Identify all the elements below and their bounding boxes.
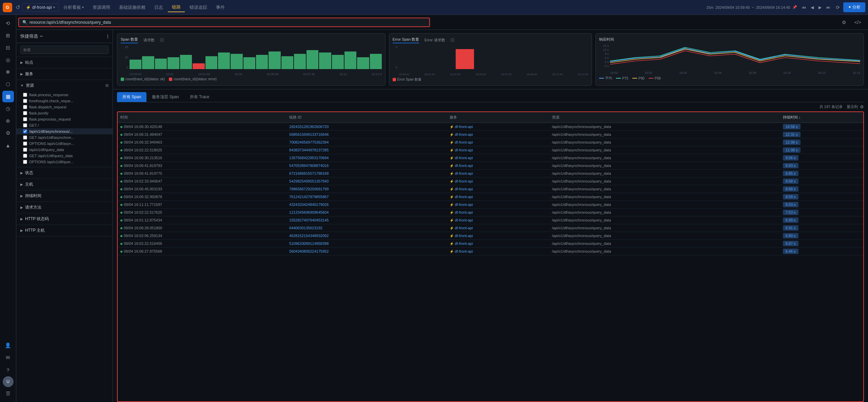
- edit-icon[interactable]: ✏: [40, 34, 43, 39]
- filter-item-api-async[interactable]: /api/v1/df/asynchronous/...: [16, 128, 113, 134]
- sidebar-icon-9[interactable]: ⚙: [2, 127, 14, 139]
- nav-item-resource[interactable]: 资源调用: [88, 3, 114, 12]
- table-row[interactable]: 09/04 16:02:22.517625 121334569690964560…: [118, 209, 863, 216]
- sidebar-icon-6[interactable]: ⬡: [2, 79, 14, 90]
- filter-group-resource-header[interactable]: ▼ 资源 ⊟: [16, 80, 113, 91]
- table-row[interactable]: 09/04 16:02:06.259134 462815215434893209…: [118, 232, 863, 240]
- filter-group-site-header[interactable]: ▶ 站点: [16, 57, 113, 68]
- error-span-tab-active[interactable]: Error Span 数量: [393, 37, 419, 43]
- collapse-icon[interactable]: ⟩: [107, 34, 108, 39]
- next-next-button[interactable]: ⏭: [824, 4, 832, 11]
- table-row[interactable]: 09/04 16:06:41.819775 672168681557178816…: [118, 170, 863, 177]
- nav-item-log[interactable]: 日志: [150, 3, 167, 12]
- filter-search-input[interactable]: [20, 46, 108, 54]
- filter-item-get-api-async[interactable]: GET /api/v1/df/asynchron...: [16, 134, 113, 141]
- filter-item-flask-jsonify[interactable]: flask.jsonify: [16, 110, 113, 116]
- nav-item-dashboard[interactable]: 分析看板 ▾: [59, 3, 88, 12]
- sidebar-icon-10[interactable]: ▲: [2, 140, 14, 151]
- table-row[interactable]: 09/04 16:06:27.875568 560434080622417595…: [118, 248, 863, 255]
- sidebar-icon-2[interactable]: ⊞: [2, 30, 14, 41]
- tab-all-span[interactable]: 所有 Span: [117, 92, 146, 102]
- undo-button[interactable]: ↺: [14, 3, 21, 12]
- filter-checkbox[interactable]: [23, 148, 27, 152]
- sidebar-icon-5[interactable]: ❋: [2, 66, 14, 78]
- filter-checkbox[interactable]: [23, 105, 27, 109]
- filter-item-flask-process[interactable]: flask.process_response: [16, 92, 113, 98]
- sidebar-icon-avatar[interactable]: U: [3, 376, 14, 387]
- filter-icon[interactable]: ⊟: [105, 83, 108, 88]
- span-tab-active[interactable]: Span 数量: [121, 37, 138, 43]
- table-row[interactable]: 09/04 16:11:11.771597 432433342484017902…: [118, 201, 863, 209]
- tab-service-span[interactable]: 服务顶层 Span: [146, 92, 184, 102]
- next-button[interactable]: ▶: [816, 4, 824, 11]
- table-row[interactable]: 09/04 16:02:22.518025 843837344497813728…: [118, 146, 863, 154]
- col-time[interactable]: 时间: [118, 112, 287, 123]
- col-trace-id[interactable]: 链路 ID: [287, 112, 447, 123]
- code-icon[interactable]: </>: [852, 18, 864, 26]
- sidebar-icon-3[interactable]: ⊟: [2, 42, 14, 54]
- filter-checkbox[interactable]: [23, 111, 27, 115]
- col-service[interactable]: 服务: [447, 112, 549, 123]
- sidebar-icon-user[interactable]: 👤: [2, 340, 14, 351]
- sidebar-icon-help[interactable]: ?: [2, 364, 14, 376]
- sidebar-icon-send[interactable]: ✉: [2, 352, 14, 363]
- tab-all-trace[interactable]: 所有 Trace: [184, 92, 215, 102]
- table-row[interactable]: 09/04 16:02:22.516456 510963306911495839…: [118, 240, 863, 248]
- sidebar-icon-4[interactable]: ◎: [2, 54, 14, 66]
- nav-item-infra[interactable]: 基础设施依赖: [115, 3, 150, 12]
- sidebar-icon-table[interactable]: ▦: [2, 91, 14, 102]
- span-tab-inactive[interactable]: 请求数: [143, 38, 155, 43]
- settings-icon[interactable]: ⚙: [839, 18, 849, 26]
- filter-group-http-host-header[interactable]: ▶ HTTP 主机: [16, 225, 113, 236]
- sidebar-icon-7[interactable]: ◷: [2, 103, 14, 114]
- col-duration[interactable]: 持续时间 ↓: [780, 112, 863, 123]
- filter-checkbox[interactable]: [23, 123, 27, 127]
- table-row[interactable]: 09/04 16:06:28.051800 6440630135623192 ⚡…: [118, 224, 863, 232]
- analyze-button[interactable]: ✦ 分析: [843, 2, 865, 12]
- filter-item-flask-preprocess[interactable]: flask.preprocess_request: [16, 116, 113, 122]
- table-row[interactable]: 09/04 16:06:41.819793 547053994780887401…: [118, 162, 863, 170]
- filter-checkbox[interactable]: [23, 142, 27, 146]
- filter-item-flask-dispatch[interactable]: flask.dispatch_request: [16, 104, 113, 110]
- filter-item-forethought[interactable]: forethought.check_reque...: [16, 98, 113, 104]
- app-selector[interactable]: ⚡ df-front-api ▾: [22, 3, 59, 12]
- filter-item-options-query[interactable]: OPTIONS /api/v1/df/quer...: [16, 159, 113, 165]
- filter-group-service-header[interactable]: ▶ 服务: [16, 68, 113, 80]
- table-row[interactable]: 09/04 16:06:31.484047 568561569913371664…: [118, 131, 863, 139]
- filter-group-status-header[interactable]: ▶ 状态: [16, 167, 113, 178]
- prev-button[interactable]: ◀: [809, 4, 816, 11]
- table-row[interactable]: 09/04 16:06:45.003193 788658672925069179…: [118, 185, 863, 193]
- filter-group-http-status-header[interactable]: ▶ HTTP 状态码: [16, 213, 113, 225]
- filter-item-query-data[interactable]: /api/v1/df/query_data: [16, 147, 113, 153]
- sidebar-icon-8[interactable]: ⊕: [2, 115, 14, 127]
- filter-group-method-header[interactable]: ▶ 请求方法: [16, 202, 113, 213]
- col-resource[interactable]: 资源: [549, 112, 780, 123]
- settings-cols-icon[interactable]: ⚙: [860, 104, 864, 109]
- filter-item-options-api[interactable]: OPTIONS /api/v1/df/asyn...: [16, 141, 113, 147]
- nav-item-chain[interactable]: 链路: [168, 3, 185, 12]
- nav-item-error[interactable]: 错误追踪: [185, 3, 211, 12]
- filter-checkbox[interactable]: [23, 129, 27, 133]
- filter-group-duration-header[interactable]: ▶ 持续时间: [16, 190, 113, 202]
- filter-checkbox[interactable]: [23, 154, 27, 158]
- search-input[interactable]: [29, 20, 426, 25]
- table-row[interactable]: 09/04 16:06:30.420148 182433128190260672…: [118, 123, 863, 131]
- filter-item-get-query[interactable]: GET /api/v1/df/query_data: [16, 153, 113, 159]
- sidebar-icon-menu[interactable]: ☰: [2, 388, 14, 399]
- table-row[interactable]: 09/04 16:06:32.950878 761242142787985586…: [118, 193, 863, 201]
- table-row[interactable]: 09/04 16:02:33.940647 542982549955135784…: [118, 177, 863, 185]
- filter-checkbox[interactable]: [23, 135, 27, 140]
- table-row[interactable]: 09/04 16:06:30.213516 135756842295317069…: [118, 154, 863, 162]
- prev-prev-button[interactable]: ⏮: [800, 4, 808, 11]
- filter-checkbox[interactable]: [23, 99, 27, 103]
- refresh-button[interactable]: ⟳: [833, 3, 843, 12]
- sidebar-icon-1[interactable]: ⟲: [2, 18, 14, 29]
- table-row[interactable]: 09/04 16:01:12.875434 155282740764045314…: [118, 216, 863, 224]
- nav-item-event[interactable]: 事件: [212, 3, 229, 12]
- filter-group-host-header[interactable]: ▶ 主机: [16, 179, 113, 190]
- show-cols-button[interactable]: 显示列: [847, 104, 858, 109]
- filter-item-get-root[interactable]: GET /: [16, 122, 113, 128]
- filter-checkbox[interactable]: [23, 117, 27, 121]
- error-requests-tab[interactable]: Error 请求数: [425, 38, 445, 43]
- filter-checkbox[interactable]: [23, 93, 27, 97]
